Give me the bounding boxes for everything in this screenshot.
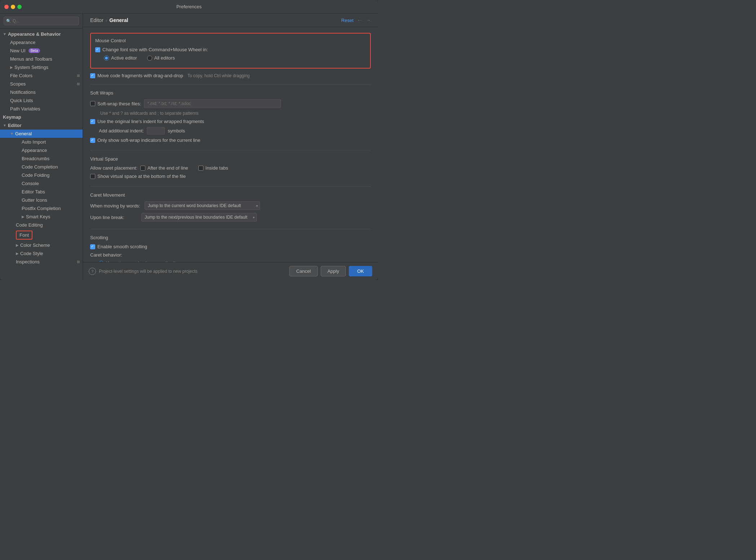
sidebar-item-path-variables[interactable]: Path Variables — [0, 105, 83, 113]
symbols-label: symbols — [168, 128, 185, 134]
change-font-checkbox[interactable] — [95, 47, 100, 52]
sidebar-item-code-style[interactable]: ▶ Code Style — [0, 249, 83, 258]
active-editor-radio[interactable] — [104, 56, 109, 61]
divider-2 — [90, 150, 371, 150]
change-font-text: Change font size with Command+Mouse Whee… — [102, 47, 208, 52]
when-moving-select[interactable]: Jump to the current word boundaries IDE … — [145, 201, 260, 210]
sidebar-item-keymap[interactable]: Keymap — [0, 113, 83, 121]
caret-movement-section: Caret Movement When moving by words: Jum… — [90, 192, 371, 222]
caret-behavior-row: Caret behavior: — [90, 252, 371, 258]
active-editor-label[interactable]: Active editor — [104, 55, 137, 61]
sidebar-item-file-colors[interactable]: File Colors ⊞ — [0, 71, 83, 80]
sidebar-item-font[interactable]: Font — [0, 229, 83, 241]
apply-button[interactable]: Apply — [321, 266, 346, 276]
sidebar-item-label: Menus and Toolbars — [10, 56, 52, 62]
sidebar-item-appearance[interactable]: Appearance — [0, 38, 83, 47]
when-moving-row: When moving by words: Jump to the curren… — [90, 201, 371, 210]
cancel-button[interactable]: Cancel — [289, 266, 317, 276]
only-show-checkbox[interactable] — [90, 138, 95, 143]
only-show-text: Only show soft-wrap indicators for the c… — [97, 137, 200, 143]
show-virtual-label[interactable]: Show virtual space at the bottom of the … — [90, 174, 186, 179]
search-wrapper: 🔍 — [4, 17, 79, 25]
reset-button[interactable]: Reset — [341, 18, 353, 23]
upon-line-select[interactable]: Jump to the next/previous line boundarie… — [141, 213, 257, 222]
sidebar-item-label: Smart Keys — [26, 214, 50, 219]
mouse-control-section: Mouse Control Change font size with Comm… — [90, 33, 371, 69]
sidebar-item-code-editing[interactable]: Code Editing — [0, 221, 83, 229]
editor-choice-row: Active editor All editors — [95, 55, 366, 61]
only-show-label[interactable]: Only show soft-wrap indicators for the c… — [90, 137, 200, 143]
after-end-label[interactable]: After the end of line — [140, 165, 188, 171]
sidebar-item-system-settings[interactable]: ▶ System Settings — [0, 63, 83, 71]
use-original-checkbox[interactable] — [90, 119, 95, 124]
soft-wrap-hint: Use * and ? as wildcards and ; to separa… — [100, 111, 198, 116]
sidebar-item-gutter-icons[interactable]: Gutter Icons — [0, 196, 83, 204]
main-content-area: 🔍 ▼ Appearance & Behavior Appearance New… — [0, 14, 378, 280]
chevron-down-icon: ▼ — [3, 32, 6, 36]
sidebar-item-new-ui[interactable]: New UI Beta — [0, 47, 83, 55]
active-editor-text: Active editor — [111, 55, 137, 61]
sidebar-item-scopes[interactable]: Scopes ⊞ — [0, 80, 83, 88]
back-arrow-button[interactable]: ← — [357, 17, 362, 23]
header-actions: Reset ← → — [341, 17, 371, 23]
inside-tabs-checkbox[interactable] — [198, 166, 203, 171]
sidebar-item-inspections[interactable]: Inspections ⊞ — [0, 258, 83, 266]
sidebar-item-appearance-sub[interactable]: Appearance — [0, 146, 83, 154]
use-original-label[interactable]: Use the original line's indent for wrapp… — [90, 119, 204, 124]
smooth-scrolling-checkbox[interactable] — [90, 244, 95, 249]
sidebar-item-quick-lists[interactable]: Quick Lists — [0, 96, 83, 105]
soft-wrap-checkbox[interactable] — [90, 101, 95, 106]
sidebar-item-code-completion[interactable]: Code Completion — [0, 163, 83, 171]
sidebar-item-smart-keys[interactable]: ▶ Smart Keys — [0, 213, 83, 221]
traffic-lights — [4, 5, 22, 9]
breadcrumb-current: General — [109, 17, 128, 23]
drag-drop-label[interactable]: Move code fragments with drag-and-drop — [90, 73, 183, 78]
sidebar-item-code-folding[interactable]: Code Folding — [0, 171, 83, 179]
sidebar-item-color-scheme[interactable]: ▶ Color Scheme — [0, 241, 83, 249]
sidebar-item-auto-import[interactable]: Auto Import — [0, 138, 83, 146]
soft-wrap-input[interactable] — [144, 99, 281, 108]
inside-tabs-label[interactable]: Inside tabs — [198, 165, 228, 171]
sidebar-item-general[interactable]: ▼ General — [0, 130, 83, 138]
show-virtual-checkbox[interactable] — [90, 174, 95, 179]
sidebar-item-label: Code Style — [20, 251, 43, 256]
sidebar-item-editor-tabs[interactable]: Editor Tabs — [0, 188, 83, 196]
inspections-icon: ⊞ — [77, 260, 80, 264]
sidebar-item-postfix-completion[interactable]: Postfix Completion — [0, 204, 83, 213]
forward-arrow-button[interactable]: → — [366, 17, 371, 23]
sidebar-item-label: Gutter Icons — [22, 197, 47, 203]
font-label[interactable]: Font — [16, 231, 32, 240]
after-end-checkbox[interactable] — [140, 166, 145, 171]
all-editors-label[interactable]: All editors — [147, 55, 175, 61]
search-input[interactable] — [4, 17, 79, 25]
smooth-scrolling-label[interactable]: Enable smooth scrolling — [90, 244, 147, 249]
all-editors-radio[interactable] — [147, 56, 152, 61]
sidebar-item-label: Appearance — [22, 148, 47, 153]
change-font-label[interactable]: Change font size with Command+Mouse Whee… — [95, 47, 208, 52]
sidebar-item-editor[interactable]: ▼ Editor — [0, 121, 83, 130]
mouse-control-title: Mouse Control — [95, 38, 366, 43]
drag-drop-checkbox[interactable] — [90, 73, 95, 78]
search-box: 🔍 — [0, 14, 83, 29]
ok-button[interactable]: OK — [349, 266, 372, 276]
soft-wrap-label[interactable]: Soft-wrap these files: — [90, 101, 141, 106]
add-indent-input[interactable]: 0 — [147, 127, 165, 135]
sidebar-item-console[interactable]: Console — [0, 179, 83, 188]
sidebar-item-notifications[interactable]: Notifications — [0, 88, 83, 96]
window-title: Preferences — [176, 4, 202, 9]
virtual-space-section: Virtual Space Allow caret placement: Aft… — [90, 156, 371, 179]
keep-caret-radio[interactable] — [99, 261, 104, 262]
sidebar-item-label: Path Variables — [10, 106, 40, 111]
maximize-button[interactable] — [17, 5, 22, 9]
help-button[interactable]: ? — [89, 268, 96, 275]
sidebar-item-label: Color Scheme — [20, 242, 50, 248]
inside-tabs-text: Inside tabs — [206, 165, 228, 171]
scrolling-title: Scrolling — [90, 235, 371, 240]
sidebar-item-label: Breadcrumbs — [22, 156, 49, 161]
minimize-button[interactable] — [11, 5, 15, 9]
sidebar-item-breadcrumbs[interactable]: Breadcrumbs — [0, 154, 83, 163]
sidebar-item-appearance-behavior[interactable]: ▼ Appearance & Behavior — [0, 30, 83, 38]
close-button[interactable] — [4, 5, 9, 9]
when-moving-select-wrapper: Jump to the current word boundaries IDE … — [145, 201, 260, 210]
sidebar-item-menus-toolbars[interactable]: Menus and Toolbars — [0, 55, 83, 63]
